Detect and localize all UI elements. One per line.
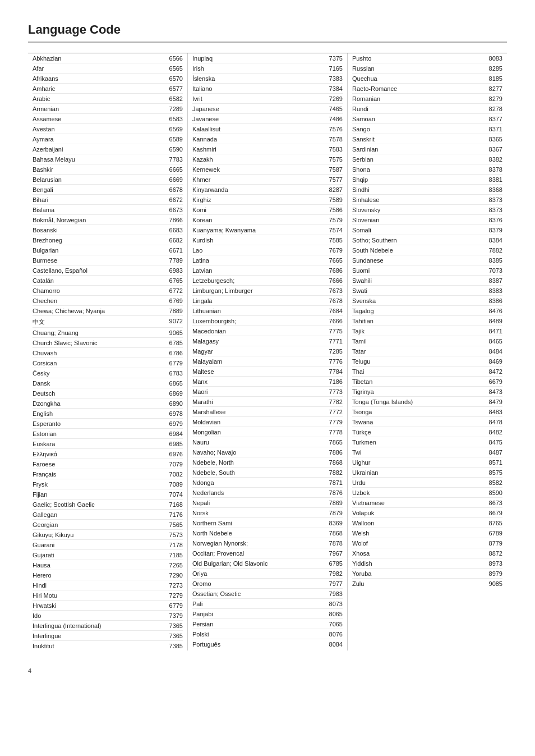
language-name: Bengali xyxy=(33,186,169,193)
language-name: Bahasa Melayu xyxy=(33,156,169,163)
language-code: 8471 xyxy=(489,328,502,335)
language-name: Bulgarian xyxy=(33,247,169,254)
language-name: Swahili xyxy=(352,277,489,284)
language-name: Navaho; Navajo xyxy=(192,449,329,456)
language-name: Komi xyxy=(192,207,329,213)
table-row: Tsonga8483 xyxy=(352,407,502,417)
table-row: Serbian8382 xyxy=(352,154,502,164)
language-code: 6678 xyxy=(169,186,183,193)
language-code: 6589 xyxy=(169,136,183,143)
table-row: Deutsch6869 xyxy=(33,388,183,398)
table-row: Malagasy7771 xyxy=(192,336,343,346)
table-row: North Ndebele7868 xyxy=(192,528,343,538)
table-row: Kuanyama; Kwanyama7574 xyxy=(192,225,343,235)
language-name: Português xyxy=(192,641,329,648)
language-code: 7176 xyxy=(169,511,183,518)
language-code: 7273 xyxy=(169,582,183,589)
language-name: Tonga (Tonga Islands) xyxy=(352,398,489,405)
language-name: Abkhazian xyxy=(33,55,169,62)
language-code: 7779 xyxy=(329,419,343,425)
table-row: Bihari6672 xyxy=(33,195,183,205)
table-row: Kirghiz7589 xyxy=(192,195,343,205)
table-row: Tswana8478 xyxy=(352,417,502,427)
language-name: Kernewek xyxy=(192,166,329,173)
language-name: Turkmen xyxy=(352,439,489,446)
language-name: Serbian xyxy=(352,156,489,163)
language-code: 7465 xyxy=(329,106,343,112)
language-code: 6565 xyxy=(169,65,183,72)
table-row: Oromo7977 xyxy=(192,579,343,589)
language-name: Slovensky xyxy=(352,207,489,213)
language-code: 8973 xyxy=(489,560,502,567)
language-code: 8376 xyxy=(489,217,502,223)
language-code: 8382 xyxy=(489,156,502,163)
language-code: 6978 xyxy=(169,410,183,417)
table-row: Azerbaijani6590 xyxy=(33,144,183,154)
language-name: Tswana xyxy=(352,419,489,425)
language-code: 7977 xyxy=(329,580,343,587)
page-title: Language Code xyxy=(28,22,507,43)
language-code: 7983 xyxy=(329,590,343,597)
language-name: Manx xyxy=(192,378,329,385)
language-code: 8371 xyxy=(489,126,502,132)
language-code: 7573 xyxy=(169,532,183,538)
table-row: English6978 xyxy=(33,409,183,419)
table-row: Chechen6769 xyxy=(33,296,183,306)
language-name: Estonian xyxy=(33,430,169,437)
language-code: 7579 xyxy=(329,217,343,223)
language-name: Gallegan xyxy=(33,511,169,518)
column-3: Pushto8083Russian8285Quechua8185Raeto-Ro… xyxy=(348,53,507,650)
language-name: Luxembourgish; xyxy=(192,318,329,324)
language-name: Occitan; Provencal xyxy=(192,550,329,557)
table-row: Inupiaq7375 xyxy=(192,53,343,63)
language-code: 7589 xyxy=(329,196,343,203)
language-code: 8083 xyxy=(489,55,502,62)
table-row: Mongolian7778 xyxy=(192,427,343,437)
table-row: Romanian8279 xyxy=(352,94,502,104)
language-code: 7587 xyxy=(329,166,343,173)
language-name: Malayalam xyxy=(192,358,329,365)
language-name: Bislama xyxy=(33,207,169,213)
table-row: Bosanski6683 xyxy=(33,225,183,235)
table-row: Bokmål, Norwegian7866 xyxy=(33,215,183,225)
language-code: 6865 xyxy=(169,380,183,387)
language-name: Türkçe xyxy=(352,429,489,436)
language-code: 8368 xyxy=(489,186,502,193)
language-name: Kuanyama; Kwanyama xyxy=(192,227,329,233)
language-name: Magyar xyxy=(192,348,329,355)
table-row: Hausa7265 xyxy=(33,560,183,570)
language-code: 7186 xyxy=(329,378,343,385)
language-code: 7865 xyxy=(329,439,343,446)
table-row: Burmese7789 xyxy=(33,255,183,265)
language-name: Lao xyxy=(192,247,329,254)
language-code: 7982 xyxy=(329,570,343,577)
language-code: 8065 xyxy=(329,611,343,617)
language-code: 7574 xyxy=(329,227,343,233)
table-row: Frysk7089 xyxy=(33,479,183,489)
language-name: Ndebele, North xyxy=(192,459,329,466)
language-code: 7679 xyxy=(329,247,343,254)
language-code: 8076 xyxy=(329,631,343,638)
table-row: Marshallese7772 xyxy=(192,407,343,417)
language-code: 8765 xyxy=(489,520,502,526)
table-row: Sotho; Southern8384 xyxy=(352,235,502,245)
table-row: Rundi8278 xyxy=(352,104,502,114)
language-code: 6672 xyxy=(169,196,183,203)
table-row: Ivrit7269 xyxy=(192,94,343,104)
table-row: Oriya7982 xyxy=(192,569,343,579)
language-code: 6890 xyxy=(169,400,183,407)
language-code: 6976 xyxy=(169,451,183,457)
table-row: Uzbek8590 xyxy=(352,488,502,498)
table-row: Gallegan7176 xyxy=(33,510,183,520)
table-row: Interlingue7365 xyxy=(33,631,183,641)
table-row: Kinyarwanda8287 xyxy=(192,185,343,195)
language-code: 8365 xyxy=(489,136,502,143)
language-name: Sanskrit xyxy=(352,136,489,143)
table-row: Ndonga7871 xyxy=(192,478,343,488)
language-name: Old Bulgarian; Old Slavonic xyxy=(192,560,329,567)
table-row: Suomi7073 xyxy=(352,265,502,276)
language-code: 6785 xyxy=(169,340,183,346)
language-name: Hrwatski xyxy=(33,602,169,609)
language-name: Avestan xyxy=(33,126,169,132)
language-name: Korean xyxy=(192,217,329,223)
